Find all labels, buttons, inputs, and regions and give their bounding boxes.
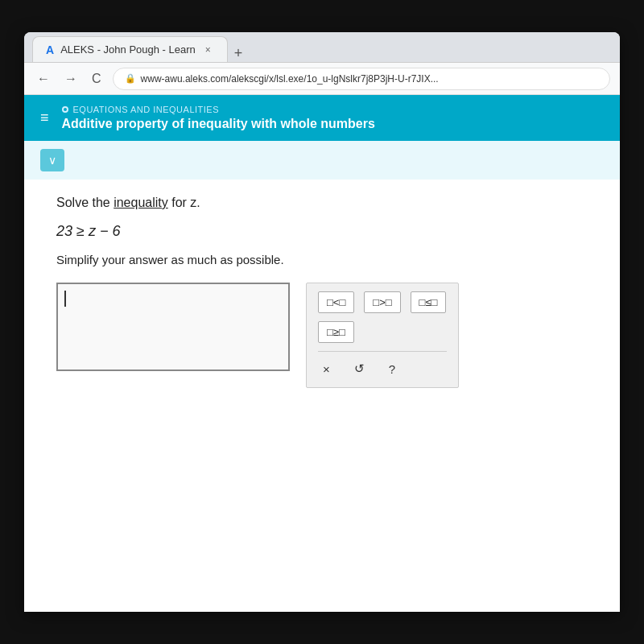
browser-window: A ALEKS - John Pough - Learn × + ← → C 🔒… xyxy=(24,32,620,612)
problem-instruction: Solve the inequality for z. xyxy=(56,196,588,210)
header-title: Additive property of inequality with who… xyxy=(62,117,604,131)
less-equal-button[interactable]: □≤□ xyxy=(411,291,447,313)
lock-icon: 🔒 xyxy=(125,73,136,84)
address-url: www-awu.aleks.com/alekscgi/x/lsl.exe/1o_… xyxy=(141,73,439,85)
address-bar: ← → C 🔒 www-awu.aleks.com/alekscgi/x/lsl… xyxy=(24,63,620,95)
page-content: ≡ EQUATIONS AND INEQUALITIES Additive pr… xyxy=(24,95,620,612)
symbol-row-1: □<□ □>□ □≤□ xyxy=(318,291,447,313)
tab-favicon: A xyxy=(46,43,54,56)
active-tab[interactable]: A ALEKS - John Pough - Learn × xyxy=(32,36,228,62)
forward-button[interactable]: → xyxy=(61,68,80,89)
main-content: Solve the inequality for z. 23 ≥ z − 6 S… xyxy=(24,180,620,404)
greater-equal-button[interactable]: □≥□ xyxy=(318,321,354,343)
answer-input-box[interactable] xyxy=(56,283,290,371)
chevron-container: ∨ xyxy=(24,141,620,180)
simplify-instruction: Simplify your answer as much as possible… xyxy=(56,253,588,266)
greater-than-button[interactable]: □>□ xyxy=(364,291,400,313)
new-tab-button[interactable]: + xyxy=(228,45,250,62)
inequality-word: inequality xyxy=(114,196,168,209)
tab-area: A ALEKS - John Pough - Learn × + xyxy=(32,32,612,62)
header-text: EQUATIONS AND INEQUALITIES Additive prop… xyxy=(62,105,604,131)
equation-display: 23 ≥ z − 6 xyxy=(56,223,588,240)
aleks-header: ≡ EQUATIONS AND INEQUALITIES Additive pr… xyxy=(24,95,620,141)
header-category: EQUATIONS AND INEQUALITIES xyxy=(62,105,604,114)
back-button[interactable]: ← xyxy=(34,68,53,89)
symbol-row-2: □≥□ xyxy=(318,321,447,343)
title-bar: A ALEKS - John Pough - Learn × + xyxy=(24,32,620,63)
category-label: EQUATIONS AND INEQUALITIES xyxy=(73,105,220,114)
answer-section: □<□ □>□ □≤□ □≥□ × ↺ ? xyxy=(56,283,588,388)
chevron-button[interactable]: ∨ xyxy=(40,149,64,171)
tab-label: ALEKS - John Pough - Learn xyxy=(60,43,196,56)
symbol-panel: □<□ □>□ □≤□ □≥□ × ↺ ? xyxy=(306,283,459,388)
refresh-button[interactable]: C xyxy=(89,68,105,89)
undo-button[interactable]: ↺ xyxy=(349,358,369,379)
less-than-button[interactable]: □<□ xyxy=(318,291,354,313)
hamburger-icon[interactable]: ≡ xyxy=(40,109,49,126)
help-button[interactable]: ? xyxy=(384,359,400,379)
action-row: × ↺ ? xyxy=(318,351,447,379)
clear-button[interactable]: × xyxy=(318,359,335,379)
address-field[interactable]: 🔒 www-awu.aleks.com/alekscgi/x/lsl.exe/1… xyxy=(113,68,610,90)
tab-close-button[interactable]: × xyxy=(202,43,214,57)
text-cursor xyxy=(64,291,66,307)
category-dot-icon xyxy=(62,106,68,113)
